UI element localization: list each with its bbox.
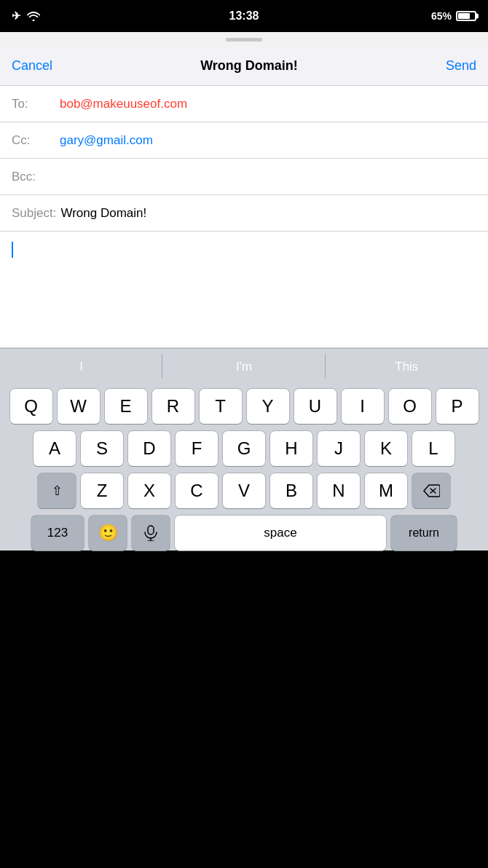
- return-key[interactable]: return: [391, 516, 457, 551]
- key-v[interactable]: V: [223, 473, 265, 508]
- key-r[interactable]: R: [152, 389, 194, 424]
- to-field-row[interactable]: To: bob@makeuuseof.com: [0, 86, 488, 122]
- microphone-key[interactable]: [132, 516, 170, 551]
- key-o[interactable]: O: [389, 389, 431, 424]
- cc-label: Cc:: [12, 133, 55, 148]
- pull-indicator[interactable]: [0, 32, 488, 47]
- bcc-label: Bcc:: [12, 170, 55, 184]
- key-l[interactable]: L: [412, 431, 454, 466]
- key-y[interactable]: Y: [247, 389, 289, 424]
- space-key[interactable]: space: [175, 516, 386, 551]
- key-f[interactable]: F: [176, 431, 218, 466]
- keyboard-row-1: Q W E R T Y U I O P: [0, 389, 488, 424]
- key-s[interactable]: S: [81, 431, 123, 466]
- wifi-icon: [27, 12, 40, 21]
- to-label: To:: [12, 97, 55, 111]
- key-k[interactable]: K: [365, 431, 407, 466]
- delete-key[interactable]: [412, 473, 450, 508]
- key-a[interactable]: A: [34, 431, 76, 466]
- microphone-icon: [144, 525, 157, 541]
- battery-icon: [456, 11, 476, 21]
- keyboard: Q W E R T Y U I O P A S D F G H J K L ⇧ …: [0, 384, 488, 551]
- key-b[interactable]: B: [270, 473, 312, 508]
- key-x[interactable]: X: [128, 473, 170, 508]
- airplane-icon: ✈: [12, 9, 21, 23]
- emoji-key[interactable]: 🙂: [89, 516, 127, 551]
- battery-percentage: 65%: [431, 10, 452, 22]
- keyboard-row-3: ⇧ Z X C V B N M: [0, 473, 488, 508]
- email-fields: To: bob@makeuuseof.com Cc: gary@gmail.co…: [0, 86, 488, 232]
- key-n[interactable]: N: [318, 473, 360, 508]
- key-i[interactable]: I: [342, 389, 384, 424]
- nav-bar: Cancel Wrong Domain! Send: [0, 47, 488, 86]
- keyboard-row-2: A S D F G H J K L: [0, 431, 488, 466]
- key-u[interactable]: U: [294, 389, 337, 424]
- bcc-field-row[interactable]: Bcc:: [0, 159, 488, 195]
- numbers-key[interactable]: 123: [31, 516, 84, 551]
- key-g[interactable]: G: [223, 431, 265, 466]
- subject-label: Subject:: [12, 206, 56, 221]
- subject-field-row[interactable]: Subject: Wrong Domain!: [0, 195, 488, 232]
- key-z[interactable]: Z: [81, 473, 123, 508]
- autocomplete-item-2[interactable]: I'm: [162, 349, 325, 384]
- cc-value[interactable]: gary@gmail.com: [60, 133, 153, 148]
- cancel-button[interactable]: Cancel: [12, 58, 52, 74]
- status-time: 13:38: [229, 9, 259, 23]
- text-cursor: [12, 242, 13, 258]
- pull-bar: [226, 38, 262, 42]
- key-h[interactable]: H: [270, 431, 312, 466]
- key-t[interactable]: T: [200, 389, 242, 424]
- key-e[interactable]: E: [105, 389, 147, 424]
- to-value[interactable]: bob@makeuuseof.com: [60, 97, 187, 111]
- mail-body[interactable]: [0, 232, 488, 348]
- key-q[interactable]: Q: [10, 389, 52, 424]
- autocomplete-item-1[interactable]: I: [0, 349, 162, 384]
- keyboard-bottom-row: 123 🙂 space return: [0, 516, 488, 551]
- key-d[interactable]: D: [128, 431, 170, 466]
- key-c[interactable]: C: [176, 473, 218, 508]
- status-bar: ✈ 13:38 65%: [0, 0, 488, 32]
- status-right-icons: 65%: [431, 10, 476, 22]
- delete-icon: [422, 484, 440, 497]
- key-m[interactable]: M: [365, 473, 407, 508]
- cc-field-row[interactable]: Cc: gary@gmail.com: [0, 122, 488, 159]
- svg-rect-2: [148, 526, 154, 534]
- autocomplete-item-3[interactable]: This: [326, 349, 488, 384]
- key-j[interactable]: J: [318, 431, 360, 466]
- compose-title: Wrong Domain!: [200, 58, 298, 74]
- shift-key[interactable]: ⇧: [38, 473, 76, 508]
- send-button[interactable]: Send: [446, 58, 476, 74]
- subject-value[interactable]: Wrong Domain!: [60, 206, 146, 221]
- key-w[interactable]: W: [58, 389, 100, 424]
- autocomplete-bar: I I'm This: [0, 348, 488, 384]
- status-left-icons: ✈: [12, 9, 40, 23]
- mail-compose-container: Cancel Wrong Domain! Send To: bob@makeuu…: [0, 32, 488, 348]
- key-p[interactable]: P: [436, 389, 479, 424]
